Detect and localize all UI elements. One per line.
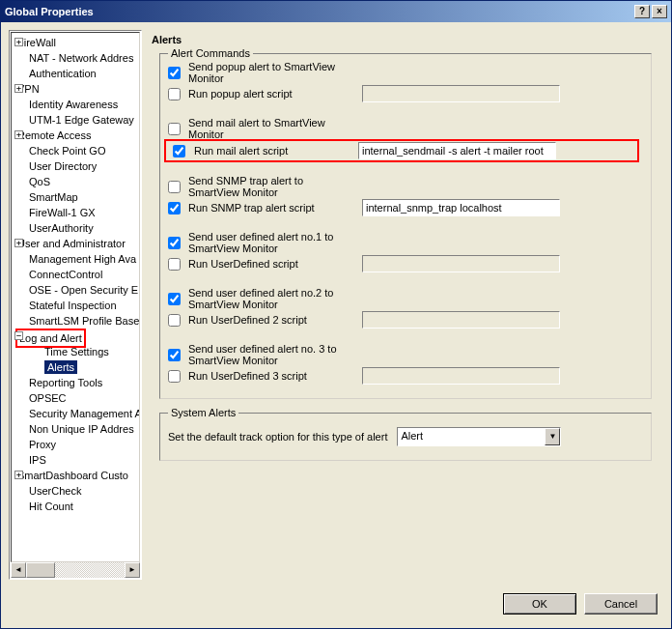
tree-item-label: OPSEC <box>29 392 67 404</box>
tree-item-label: SmartMap <box>29 191 78 203</box>
tree-item-label: Security Management A <box>29 408 140 419</box>
ud3-run-checkbox[interactable]: Run UserDefined 3 script <box>168 370 356 383</box>
tree-item[interactable]: Time Settings <box>14 344 139 359</box>
tree-item-label: ConnectControl <box>29 269 102 280</box>
tree-item[interactable]: SmartLSM Profile Base <box>14 313 139 329</box>
tree-item-label: Time Settings <box>44 346 109 357</box>
ud2-send-checkbox[interactable]: Send user defined alert no.2 to SmartVie… <box>168 287 356 310</box>
tree-item[interactable]: Reporting Tools <box>14 375 139 390</box>
scroll-thumb[interactable] <box>26 562 55 578</box>
cancel-button[interactable]: Cancel <box>584 593 658 615</box>
snmp-run-field[interactable]: internal_snmp_trap localhost <box>362 199 560 216</box>
tree-item[interactable]: User Directory <box>14 158 139 174</box>
tree-item-label: Log and Alert <box>19 332 82 344</box>
tree-expander-icon[interactable]: + <box>14 38 23 46</box>
tree-item[interactable]: Check Point GO <box>14 143 139 158</box>
tree-item[interactable]: Stateful Inspection <box>14 298 139 313</box>
help-button[interactable]: ? <box>634 5 650 18</box>
tree-item-label: SmartDashboard Custo <box>17 470 128 481</box>
tree-expander-icon[interactable]: + <box>14 471 23 479</box>
alert-commands-fieldset: Alert Commands Send popup alert to Smart… <box>159 53 652 399</box>
tree-item-label: IPS <box>29 454 46 466</box>
scroll-right-button[interactable]: ► <box>125 562 140 578</box>
snmp-run-checkbox[interactable]: Run SNMP trap alert script <box>168 202 356 214</box>
tree-item[interactable]: FireWall-1 GX <box>14 205 139 220</box>
scroll-track[interactable] <box>26 562 125 578</box>
tree-item-label: QoS <box>29 176 50 187</box>
tree-item[interactable]: UserCheck <box>14 483 139 499</box>
tree-item-label: UserCheck <box>29 485 81 497</box>
tree-item[interactable]: IPS <box>14 452 139 468</box>
page-heading: Alerts <box>152 34 659 45</box>
default-track-value: Alert <box>398 428 545 445</box>
tree-item[interactable]: Security Management A <box>14 406 139 421</box>
tree-item-label: UTM-1 Edge Gateway <box>29 114 134 126</box>
alert-commands-legend: Alert Commands <box>168 47 253 59</box>
popup-send-checkbox[interactable]: Send popup alert to SmartView Monitor <box>168 61 356 84</box>
ud2-run-field[interactable] <box>362 311 560 329</box>
window-title: Global Properties <box>5 6 632 17</box>
tree-item[interactable]: +Remote Access <box>14 128 139 143</box>
tree-item[interactable]: OPSEC <box>14 390 139 406</box>
content-area: +FireWallNAT - Network AddresAuthenticat… <box>1 22 671 587</box>
tree-item[interactable]: NAT - Network Addres <box>14 50 139 66</box>
mail-run-checkbox[interactable]: Run mail alert script <box>169 142 352 160</box>
tree-item[interactable]: +User and Administrator <box>14 236 139 251</box>
titlebar: Global Properties ? × <box>1 1 671 22</box>
tree-item-label: NAT - Network Addres <box>29 52 133 64</box>
tree-item-label: Proxy <box>29 439 56 450</box>
main-panel: Alerts Alert Commands Send popup alert t… <box>152 30 663 580</box>
tree-expander-icon[interactable]: − <box>14 331 23 340</box>
chevron-down-icon[interactable]: ▼ <box>545 428 560 445</box>
tree-expander-icon[interactable]: + <box>14 84 23 93</box>
ud1-send-checkbox[interactable]: Send user defined alert no.1 to SmartVie… <box>168 231 356 254</box>
tree-item[interactable]: Proxy <box>14 437 139 452</box>
tree-item-label: OSE - Open Security E <box>29 284 138 296</box>
tree-expander-icon[interactable]: + <box>14 130 23 139</box>
tree-item-label: Hit Count <box>29 500 73 512</box>
tree-item[interactable]: +SmartDashboard Custo <box>14 468 139 483</box>
tree-item-label: FireWall-1 GX <box>29 207 96 218</box>
ud1-run-field[interactable] <box>362 255 560 272</box>
tree-item[interactable]: Management High Ava <box>14 251 139 267</box>
tree-item[interactable]: QoS <box>14 174 139 189</box>
tree-item[interactable]: +VPN <box>14 81 139 97</box>
tree-item-label: Management High Ava <box>29 253 136 265</box>
close-button[interactable]: × <box>652 5 667 18</box>
tree-item[interactable]: Non Unique IP Addres <box>14 421 139 437</box>
ud2-run-checkbox[interactable]: Run UserDefined 2 script <box>168 314 356 327</box>
tree-panel: +FireWallNAT - Network AddresAuthenticat… <box>9 30 142 580</box>
scroll-left-button[interactable]: ◄ <box>11 562 26 578</box>
nav-tree[interactable]: +FireWallNAT - Network AddresAuthenticat… <box>11 32 140 562</box>
tree-item[interactable]: OSE - Open Security E <box>14 282 139 298</box>
tree-item[interactable]: SmartMap <box>14 189 139 205</box>
mail-send-checkbox[interactable]: Send mail alert to SmartView Monitor <box>168 117 356 140</box>
popup-run-field[interactable] <box>362 85 560 102</box>
ok-button[interactable]: OK <box>503 593 576 615</box>
ud3-run-field[interactable] <box>362 367 560 385</box>
tree-item[interactable]: UTM-1 Edge Gateway <box>14 112 139 128</box>
tree-item[interactable]: Hit Count <box>14 499 139 514</box>
mail-run-field[interactable]: internal_sendmail -s alert -t mailer roo… <box>358 142 556 159</box>
tree-item-label: User Directory <box>29 160 97 172</box>
default-track-dropdown[interactable]: Alert ▼ <box>397 427 561 446</box>
ud1-run-checkbox[interactable]: Run UserDefined script <box>168 258 356 271</box>
tree-item-label: Remote Access <box>17 129 91 141</box>
tree-item[interactable]: Authentication <box>14 66 139 81</box>
tree-item-label: Alerts <box>44 360 77 374</box>
default-track-label: Set the default track option for this ty… <box>168 431 387 443</box>
tree-item[interactable]: UserAuthority <box>14 220 139 236</box>
ud3-send-checkbox[interactable]: Send user defined alert no. 3 to SmartVi… <box>168 343 356 366</box>
mail-run-highlight: Run mail alert script internal_sendmail … <box>164 139 639 162</box>
tree-item[interactable]: Identity Awareness <box>14 97 139 112</box>
snmp-send-checkbox[interactable]: Send SNMP trap alert to SmartView Monito… <box>168 175 356 198</box>
tree-scrollbar[interactable]: ◄ ► <box>11 562 140 578</box>
tree-expander-icon[interactable]: + <box>14 239 23 247</box>
tree-item[interactable]: ConnectControl <box>14 267 139 282</box>
tree-item-label: SmartLSM Profile Base <box>29 315 139 327</box>
tree-item[interactable]: −Log and Alert <box>14 329 139 344</box>
popup-run-checkbox[interactable]: Run popup alert script <box>168 88 356 100</box>
tree-item[interactable]: Alerts <box>14 359 139 375</box>
tree-item-label: Authentication <box>29 68 97 79</box>
tree-item[interactable]: +FireWall <box>14 35 139 50</box>
